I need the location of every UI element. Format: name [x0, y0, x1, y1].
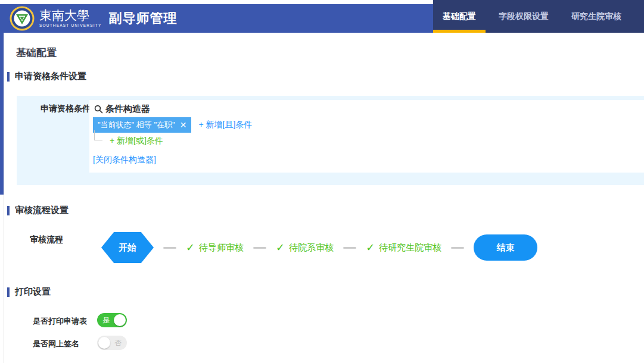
- university-wordmark: 東南大學 SOUTHEAST UNIVERSITY: [39, 10, 101, 28]
- section-heading-print: 打印设置: [7, 286, 51, 298]
- toggle-state-text: 否: [114, 336, 122, 350]
- condition-builder: 条件构造器 "当前状态" 相等 "在职" ✕ + 新增[且]条件 + 新增[或]…: [89, 100, 644, 173]
- toggle-state-text: 是: [102, 313, 110, 327]
- flow-connector: [163, 247, 176, 249]
- condition-builder-title: 条件构造器: [105, 104, 150, 115]
- section-marker: [7, 72, 10, 82]
- flow-connector: [253, 247, 266, 249]
- print-application-toggle[interactable]: 是: [97, 313, 127, 327]
- tab-field-permissions[interactable]: 字段权限设置: [489, 0, 558, 33]
- close-builder-link[interactable]: [关闭条件构造器]: [93, 155, 156, 165]
- section-heading-text: 申请资格条件设置: [15, 71, 86, 82]
- page-title: 基础配置: [16, 46, 57, 60]
- workflow-diagram: 开始 ✓ 待导师审核 ✓ 待院系审核 ✓ 待研究生院审核 结束: [101, 232, 537, 263]
- section-heading-text: 打印设置: [15, 286, 51, 298]
- flow-start-node[interactable]: 开始: [101, 232, 154, 263]
- eligibility-panel: 申请资格条件 条件构造器 "当前状态" 相等 "在职" ✕ + 新增[且]条件 …: [17, 96, 644, 185]
- tab-grad-school-review[interactable]: 研究生院审核: [562, 0, 631, 33]
- flow-step-grad-school-review[interactable]: ✓ 待研究生院审核: [366, 241, 441, 254]
- add-and-condition-link[interactable]: + 新增[且]条件: [198, 120, 252, 130]
- toggle-knob: [98, 337, 110, 349]
- flow-step-supervisor-review[interactable]: ✓ 待导师审核: [186, 241, 244, 254]
- screen: 東南大學 SOUTHEAST UNIVERSITY 副导师管理 基础配置 字段权…: [0, 0, 644, 363]
- university-logo-icon: [10, 6, 35, 31]
- app-title: 副导师管理: [108, 10, 177, 27]
- close-icon[interactable]: ✕: [180, 120, 187, 130]
- flow-step-department-review[interactable]: ✓ 待院系审核: [276, 241, 334, 254]
- flow-connector: [451, 247, 464, 249]
- section-heading-eligibility: 申请资格条件设置: [7, 71, 86, 82]
- left-divider: [4, 33, 4, 363]
- section-heading-text: 审核流程设置: [15, 205, 69, 216]
- condition-row: "当前状态" 相等 "在职" ✕ + 新增[且]条件: [93, 117, 252, 133]
- check-icon: ✓: [186, 241, 195, 254]
- check-icon: ✓: [366, 241, 375, 254]
- toggle-knob: [114, 314, 126, 326]
- condition-tag-text: "当前状态" 相等 "在职": [98, 120, 175, 130]
- flow-step-label: 待院系审核: [289, 242, 334, 254]
- online-signature-label: 是否网上签名: [33, 339, 79, 349]
- tab-label: 字段权限设置: [499, 11, 549, 22]
- add-or-condition-link[interactable]: + 新增[或]条件: [110, 136, 163, 146]
- tab-label: 基础配置: [443, 11, 476, 22]
- left-accent-strip: [0, 33, 4, 195]
- check-icon: ✓: [276, 241, 285, 254]
- print-application-label: 是否打印申请表: [33, 316, 87, 327]
- flow-end-node[interactable]: 结束: [474, 234, 537, 261]
- condition-builder-header: 条件构造器: [94, 104, 150, 115]
- tab-basic-config[interactable]: 基础配置: [433, 0, 486, 33]
- university-name: 東南大學: [39, 10, 101, 22]
- condition-tag[interactable]: "当前状态" 相等 "在职" ✕: [93, 117, 191, 133]
- top-nav-tabs: 基础配置 字段权限设置 研究生院审核 副: [433, 0, 644, 33]
- section-marker: [7, 206, 10, 215]
- flow-connector: [343, 247, 356, 249]
- condition-connector-line: [94, 130, 102, 140]
- flow-step-label: 待研究生院审核: [379, 242, 441, 254]
- flow-step-label: 待导师审核: [199, 242, 244, 254]
- section-marker: [7, 287, 10, 297]
- tab-partial-clipped[interactable]: 副: [634, 0, 644, 33]
- search-icon: [94, 105, 103, 114]
- eligibility-field-label: 申请资格条件: [41, 104, 91, 114]
- section-heading-workflow: 审核流程设置: [7, 205, 69, 216]
- tab-label: 研究生院审核: [571, 11, 621, 22]
- workflow-field-label: 审核流程: [30, 234, 63, 245]
- university-subtitle: SOUTHEAST UNIVERSITY: [39, 24, 101, 28]
- online-signature-toggle[interactable]: 否: [97, 336, 127, 350]
